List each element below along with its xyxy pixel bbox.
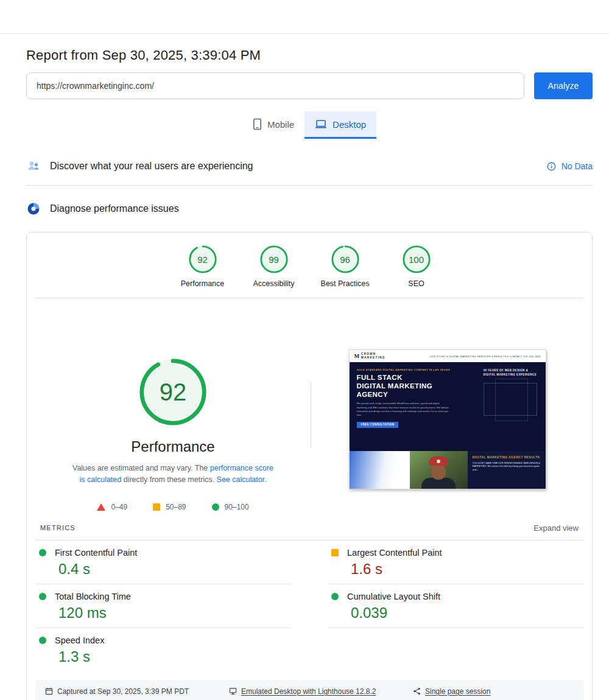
thumb-person-photo [410, 451, 468, 489]
metrics-grid: First Contentful Paint 0.4 s Total Block… [35, 541, 583, 671]
lighthouse-report-card: 92 Performance 99 Accessibility [26, 232, 593, 700]
score-accessibility[interactable]: 99 Accessibility [242, 245, 306, 288]
metric-value: 0.4 s [58, 561, 291, 578]
category-scores: 92 Performance 99 Accessibility [27, 233, 592, 298]
url-input[interactable] [26, 72, 524, 99]
share-icon [413, 687, 421, 695]
legend-average: 50–89 [153, 503, 186, 511]
mobile-phone-icon [253, 118, 262, 130]
thumb-hero-right: 40 YEARS OF WEB DESIGN & DIGITAL MARKETI… [473, 368, 540, 446]
thumb-body-text: We provide rank ready, customizable Word… [357, 402, 449, 417]
metric-name: Largest Contentful Paint [347, 548, 442, 558]
captured-at: Captured at Sep 30, 2025, 3:39 PM PDT [45, 687, 229, 696]
score-legend: 0–49 50–89 90–100 [35, 503, 311, 520]
metric-value: 0.039 [351, 604, 583, 621]
metric-name: Total Blocking Time [55, 592, 131, 601]
see-calculator-link[interactable]: See calculator. [217, 475, 267, 484]
best-practices-gauge: 96 [331, 245, 360, 274]
pass-dot-icon [39, 637, 46, 644]
pass-dot-icon [39, 549, 46, 556]
score-performance[interactable]: 92 Performance [171, 245, 234, 288]
metric-value: 1.6 s [351, 561, 583, 578]
thumb-headline: FULL STACKDIGITAL MARKETINGAGENCY [357, 374, 468, 399]
thumb-site-logo: M CROWNMARKETING [354, 352, 385, 360]
thumb-cta-button: FREE CONSULTATION [357, 422, 399, 428]
thumb-bottom-strip: DIGITAL MARKETING AGENCY RESULTS YOU DON… [350, 451, 546, 489]
thumb-gradient [350, 451, 410, 489]
score-label: Accessibility [242, 279, 306, 288]
score-best-practices[interactable]: 96 Best Practices [313, 245, 377, 288]
top-divider [0, 0, 609, 34]
thumb-eyebrow: GOLD STANDARD DIGITAL MARKETING COMPANY … [357, 368, 468, 371]
tab-desktop-label: Desktop [333, 119, 366, 130]
desc-text: directly from these metrics. [121, 475, 216, 484]
calendar-icon [45, 687, 53, 695]
score-seo[interactable]: 100 SEO [384, 245, 448, 288]
metric-total-blocking-time: Total Blocking Time 120 ms [35, 584, 291, 628]
performance-summary: 92 Performance Values are estimated and … [35, 298, 311, 520]
emulated-device[interactable]: Emulated Desktop with Lighthouse 12.8.2 [229, 687, 413, 696]
thumb-results-body: YOU DON'T HAVE TIME FOR IRRESPONSIBLE WE… [473, 462, 541, 473]
legend-range: 90–100 [225, 503, 249, 511]
thumb-site-header: M CROWNMARKETING OUR STORY ▾ DIGITAL MAR… [350, 350, 546, 362]
metric-name: First Contentful Paint [55, 548, 137, 558]
metric-value: 1.3 s [58, 648, 291, 665]
photo-red-cap [429, 457, 448, 466]
metrics-header: METRICS Expand view [35, 520, 583, 541]
diagnose-title: Diagnose performance issues [50, 203, 179, 214]
tab-mobile[interactable]: Mobile [242, 111, 304, 139]
thumb-logo-mark: M [354, 353, 360, 359]
page-title: Report from Sep 30, 2025, 3:39:04 PM [26, 47, 593, 63]
tab-mobile-label: Mobile [267, 119, 294, 130]
tab-desktop[interactable]: Desktop [304, 111, 376, 139]
performance-big-gauge: 92 [138, 357, 208, 427]
photo-head [431, 464, 446, 480]
average-square-icon [153, 503, 160, 511]
average-square-icon [331, 549, 339, 556]
score-label: SEO [384, 279, 448, 288]
performance-detail: 92 Performance Values are estimated and … [27, 298, 592, 520]
metric-name: Cumulative Layout Shift [347, 592, 440, 601]
report-content: Report from Sep 30, 2025, 3:39:04 PM Ana… [0, 47, 609, 700]
metric-name: Speed Index [55, 635, 104, 645]
field-data-title: Discover what your real users are experi… [50, 161, 253, 172]
legend-fail: 0–49 [97, 503, 127, 511]
metric-largest-contentful-paint: Largest Contentful Paint 1.6 s [328, 541, 583, 584]
metrics-left-column: First Contentful Paint 0.4 s Total Block… [35, 541, 291, 671]
legend-range: 50–89 [166, 503, 186, 511]
thumb-results-box: DIGITAL MARKETING AGENCY RESULTS YOU DON… [468, 451, 546, 489]
fail-triangle-icon [97, 503, 105, 511]
no-data-label: No Data [561, 161, 593, 171]
runtime-settings-footer: Captured at Sep 30, 2025, 3:39 PM PDT Em… [35, 680, 583, 700]
thumb-experience-text: 40 YEARS OF WEB DESIGN & DIGITAL MARKETI… [484, 368, 540, 377]
metrics-right-column: Largest Contentful Paint 1.6 s Cumulativ… [328, 541, 583, 671]
expand-view-button[interactable]: Expand view [533, 523, 579, 533]
real-users-icon [26, 159, 41, 173]
metric-cumulative-layout-shift: Cumulative Layout Shift 0.039 [328, 584, 583, 628]
analyze-button[interactable]: Analyze [534, 72, 593, 99]
metric-speed-index: Speed Index 1.3 s [35, 628, 291, 671]
metrics-heading: METRICS [40, 524, 76, 531]
page-screenshot-thumbnail[interactable]: M CROWNMARKETING OUR STORY ▾ DIGITAL MAR… [349, 349, 546, 489]
session-type[interactable]: Single page session [413, 687, 574, 696]
info-icon[interactable] [547, 162, 556, 171]
url-bar: Analyze [26, 72, 593, 99]
pass-dot-icon [39, 593, 46, 600]
device-tabs: Mobile Desktop [26, 111, 593, 139]
legend-range: 0–49 [111, 503, 127, 511]
accessibility-gauge: 99 [259, 245, 289, 274]
thumb-decoration [484, 383, 537, 416]
score-label: Best Practices [313, 279, 377, 288]
diagnose-gauge-icon [26, 201, 41, 216]
performance-description: Values are estimated and may vary. The p… [71, 463, 275, 486]
field-data-status: No Data [547, 161, 593, 171]
thumb-results-title: DIGITAL MARKETING AGENCY RESULTS [473, 455, 541, 460]
pass-dot-icon [331, 593, 339, 600]
diagnose-section: Diagnose performance issues [26, 186, 593, 228]
thumb-hero: GOLD STANDARD DIGITAL MARKETING COMPANY … [350, 362, 546, 451]
metrics-section: METRICS Expand view First Contentful Pai… [27, 520, 592, 671]
desktop-laptop-icon [315, 119, 327, 129]
thumb-site-nav: OUR STORY ▾ DIGITAL MARKETING SERVICES ▾… [430, 355, 541, 358]
thumb-hero-left: GOLD STANDARD DIGITAL MARKETING COMPANY … [357, 368, 468, 446]
metric-value: 120 ms [58, 604, 291, 621]
